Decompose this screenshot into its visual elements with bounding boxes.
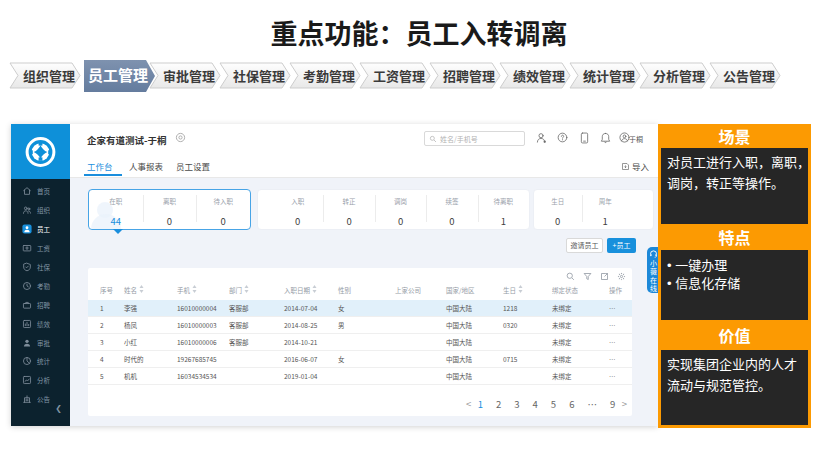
svg-text:分析管理: 分析管理 xyxy=(653,66,705,85)
svg-text:审批管理: 审批管理 xyxy=(163,66,215,85)
svg-text:统计管理: 统计管理 xyxy=(583,66,635,85)
svg-text:员工管理: 员工管理 xyxy=(88,64,148,85)
svg-text:工资管理: 工资管理 xyxy=(373,66,425,85)
svg-text:公告管理: 公告管理 xyxy=(723,66,775,85)
svg-text:组织管理: 组织管理 xyxy=(23,66,75,85)
svg-text:社保管理: 社保管理 xyxy=(233,66,285,85)
svg-text:考勤管理: 考勤管理 xyxy=(303,66,355,85)
svg-text:绩效管理: 绩效管理 xyxy=(513,66,565,85)
svg-text:招聘管理: 招聘管理 xyxy=(443,66,495,85)
